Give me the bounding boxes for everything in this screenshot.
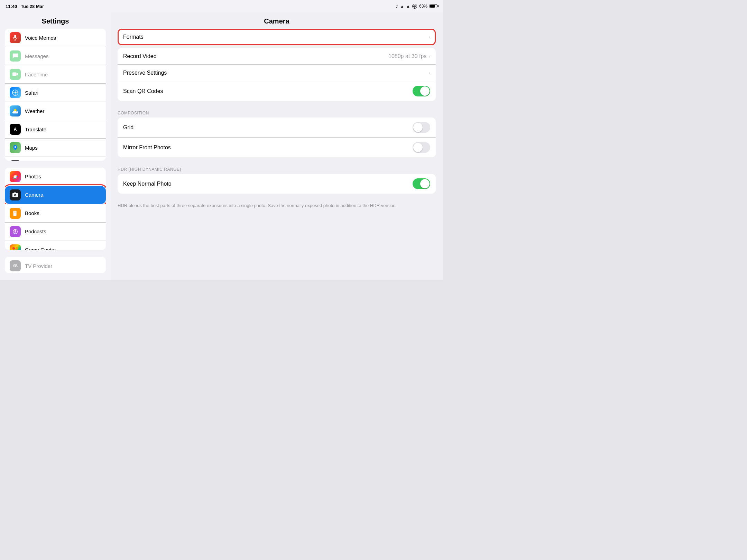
sidebar-item-messages[interactable]: Messages <box>5 47 106 65</box>
sidebar-group-1: Voice Memos Messages FaceTime Safari <box>5 29 106 161</box>
mirror-front-toggle-knob <box>413 143 423 152</box>
preserve-settings-chevron: › <box>428 70 430 76</box>
formats-row[interactable]: Formats › <box>118 29 436 45</box>
status-icons: ⤴ ▲ ▲ ⊙ 63% <box>396 4 437 9</box>
camera-icon <box>10 189 21 200</box>
keep-normal-photo-label: Keep Normal Photo <box>123 181 413 187</box>
grid-toggle-knob <box>413 123 423 132</box>
status-bar: 11:40 Tue 28 Mar ⤴ ▲ ▲ ⊙ 63% <box>0 0 443 12</box>
sidebar-item-tv-provider[interactable]: SB TV Provider <box>5 257 106 273</box>
weather-icon <box>10 105 21 116</box>
svg-point-27 <box>16 247 18 250</box>
sidebar-item-maps[interactable]: Maps <box>5 139 106 157</box>
translate-label: Translate <box>25 127 46 132</box>
svg-point-12 <box>15 178 16 179</box>
keep-normal-photo-row[interactable]: Keep Normal Photo <box>118 174 436 194</box>
sidebar-item-weather[interactable]: Weather <box>5 102 106 120</box>
scan-qr-codes-toggle[interactable] <box>413 86 430 96</box>
sidebar-item-game-center[interactable]: Game Center <box>5 241 106 250</box>
mirror-front-label: Mirror Front Photos <box>123 144 413 151</box>
svg-point-17 <box>13 177 15 179</box>
podcasts-label: Podcasts <box>25 228 46 234</box>
sidebar-item-facetime[interactable]: FaceTime <box>5 65 106 84</box>
hdr-section-header: HDR (HIGH DYNAMIC RANGE) <box>111 164 443 174</box>
scan-qr-codes-row[interactable]: Scan QR Codes <box>118 81 436 101</box>
status-time-date: 11:40 Tue 28 Mar <box>6 4 44 9</box>
measure-icon: ▬▬ <box>10 160 21 161</box>
messages-icon <box>10 50 21 62</box>
composition-section-header: COMPOSITION <box>111 108 443 118</box>
grid-toggle[interactable] <box>413 122 430 133</box>
podcasts-icon <box>10 226 21 237</box>
record-video-value: 1080p at 30 fps <box>388 53 426 59</box>
formats-label: Formats <box>123 34 428 40</box>
sidebar: Settings Voice Memos Messages FaceTime <box>0 12 111 280</box>
svg-point-25 <box>15 230 16 232</box>
tv-provider-label: TV Provider <box>25 263 52 269</box>
svg-point-9 <box>15 146 16 148</box>
scan-qr-codes-label: Scan QR Codes <box>123 88 413 94</box>
sidebar-item-safari[interactable]: Safari <box>5 84 106 102</box>
record-video-label: Record Video <box>123 53 388 59</box>
safari-label: Safari <box>25 90 38 96</box>
status-date: Tue 28 Mar <box>21 4 44 9</box>
svg-point-16 <box>16 175 17 176</box>
photos-label: Photos <box>25 174 41 179</box>
voice-memos-label: Voice Memos <box>25 35 56 41</box>
sidebar-item-voice-memos[interactable]: Voice Memos <box>5 29 106 47</box>
sidebar-item-translate[interactable]: A Translate <box>5 120 106 139</box>
weather-label: Weather <box>25 108 44 114</box>
svg-rect-21 <box>13 211 17 216</box>
safari-icon <box>10 87 21 98</box>
mirror-front-row[interactable]: Mirror Front Photos <box>118 138 436 157</box>
battery-fill <box>430 5 435 8</box>
books-label: Books <box>25 210 39 216</box>
keep-normal-photo-toggle[interactable] <box>413 178 430 189</box>
facetime-icon <box>10 69 21 80</box>
svg-point-11 <box>15 174 16 176</box>
battery-percent: 63% <box>419 4 427 9</box>
preserve-settings-row[interactable]: Preserve Settings › <box>118 65 436 81</box>
sidebar-group-2: Photos Camera Books Podcasts <box>5 168 106 250</box>
formats-highlight-wrapper: Formats › <box>118 29 436 45</box>
game-center-icon <box>10 244 21 250</box>
preserve-settings-label: Preserve Settings <box>123 70 428 76</box>
svg-point-14 <box>17 176 18 177</box>
location-icon: ⤴ <box>396 4 398 8</box>
status-time: 11:40 <box>6 4 17 9</box>
svg-rect-22 <box>14 212 16 212</box>
network-icon: ⊙ <box>412 4 417 9</box>
main-layout: Settings Voice Memos Messages FaceTime <box>0 12 443 280</box>
hdr-settings-group: Keep Normal Photo <box>118 174 436 194</box>
sidebar-group-3: SB TV Provider <box>5 257 106 273</box>
game-center-label: Game Center <box>25 247 56 250</box>
record-video-row[interactable]: Record Video 1080p at 30 fps › <box>118 48 436 65</box>
svg-rect-23 <box>14 213 16 213</box>
wifi-icon: ▲ <box>406 4 410 9</box>
hdr-description: HDR blends the best parts of three separ… <box>111 200 443 214</box>
battery-icon <box>430 4 437 8</box>
books-icon <box>10 208 21 219</box>
sidebar-title: Settings <box>0 12 111 29</box>
sidebar-item-books[interactable]: Books <box>5 204 106 223</box>
svg-point-26 <box>12 247 15 250</box>
sidebar-item-photos[interactable]: Photos <box>5 168 106 186</box>
svg-point-20 <box>15 194 16 196</box>
main-settings-group: Record Video 1080p at 30 fps › Preserve … <box>118 48 436 101</box>
panel-title: Camera <box>111 12 443 29</box>
facetime-label: FaceTime <box>25 72 48 77</box>
keep-normal-photo-toggle-knob <box>420 179 430 188</box>
mirror-front-toggle[interactable] <box>413 142 430 153</box>
svg-point-13 <box>13 176 14 177</box>
sidebar-item-podcasts[interactable]: Podcasts <box>5 223 106 241</box>
maps-icon <box>10 142 21 153</box>
svg-point-15 <box>13 175 15 176</box>
grid-row[interactable]: Grid <box>118 118 436 138</box>
maps-label: Maps <box>25 145 38 151</box>
composition-settings-group: Grid Mirror Front Photos <box>118 118 436 157</box>
sidebar-item-camera[interactable]: Camera <box>5 186 106 204</box>
svg-rect-3 <box>12 73 17 76</box>
record-video-chevron: › <box>428 54 430 59</box>
translate-icon: A <box>10 124 21 135</box>
sidebar-item-measure[interactable]: ▬▬ Measure <box>5 157 106 161</box>
